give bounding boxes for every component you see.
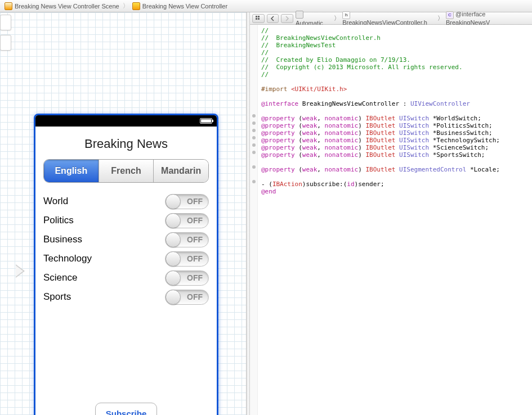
switch-label-politics: Politics (43, 215, 74, 226)
crumb-scene-label: Breaking News View Controller Scene (15, 3, 119, 10)
class-symbol-icon: C (446, 11, 454, 19)
battery-icon (200, 118, 212, 124)
storyboard-icon (5, 2, 12, 10)
world-switch[interactable]: OFF (165, 194, 209, 209)
segment-french[interactable]: French (99, 160, 154, 182)
subscribe-button[interactable]: Subscribe (95, 403, 158, 415)
page-title: Breaking News (43, 137, 209, 151)
svg-rect-1 (258, 16, 260, 17)
jump-bar: Automatic 〉 h BreakingNewsViewController… (250, 12, 532, 25)
switch-label-science: Science (43, 272, 77, 283)
list-item: Science OFF (43, 268, 209, 287)
switch-label-technology: Technology (43, 253, 92, 264)
svg-rect-0 (256, 16, 257, 17)
source-code[interactable]: // // BreakingNewsViewController.h // Br… (258, 25, 503, 415)
business-switch[interactable]: OFF (165, 232, 209, 247)
svg-rect-3 (258, 18, 260, 20)
ib-canvas[interactable]: Breaking News English French Mandarin Wo… (0, 12, 247, 415)
document-outline-stubs (0, 15, 12, 69)
list-item: World OFF (43, 192, 209, 211)
list-item: Sports OFF (43, 287, 209, 306)
politics-switch[interactable]: OFF (165, 213, 209, 228)
jump-bar-mode[interactable]: Automatic (296, 11, 332, 26)
crumb-controller-label: Breaking News View Controller (142, 3, 227, 10)
technology-switch[interactable]: OFF (165, 251, 209, 267)
forward-button[interactable] (281, 14, 293, 23)
phone-mockup[interactable]: Breaking News English French Mandarin Wo… (34, 114, 218, 415)
sports-switch[interactable]: OFF (165, 290, 209, 305)
outline-expand-arrow[interactable] (16, 264, 25, 278)
segment-english[interactable]: English (44, 160, 99, 182)
list-item: Technology OFF (43, 249, 209, 268)
header-file-icon: h (342, 11, 350, 19)
back-button[interactable] (267, 14, 279, 23)
crumb-scene[interactable]: Breaking News View Controller Scene (2, 2, 122, 10)
jump-bar-symbol[interactable]: C @interface BreakingNewsV (446, 11, 530, 26)
list-item: Business OFF (43, 230, 209, 249)
locale-segmented-control[interactable]: English French Mandarin (43, 159, 209, 183)
status-bar (35, 115, 217, 127)
outlet-gutter (250, 25, 258, 415)
svg-rect-2 (256, 18, 257, 20)
jump-bar-file[interactable]: h BreakingNewsViewController.h (342, 11, 435, 26)
category-switch-list: World OFF Politics OFF Business OFF Tech… (43, 192, 209, 306)
related-items-button[interactable] (252, 14, 265, 23)
switch-label-business: Business (43, 234, 82, 245)
switch-label-world: World (43, 196, 68, 207)
crumb-controller[interactable]: Breaking News View Controller (130, 2, 230, 10)
source-editor[interactable]: // // BreakingNewsViewController.h // Br… (250, 25, 532, 415)
list-item: Politics OFF (43, 211, 209, 230)
science-switch[interactable]: OFF (165, 270, 209, 286)
connection-dot-icon[interactable] (252, 180, 256, 183)
viewcontroller-icon (132, 2, 140, 10)
segment-mandarin[interactable]: Mandarin (154, 160, 208, 182)
assistant-editor: Automatic 〉 h BreakingNewsViewController… (250, 12, 532, 415)
automatic-mode-icon (296, 11, 303, 19)
switch-label-sports: Sports (43, 291, 71, 303)
crumb-sep: 〉 (122, 2, 130, 10)
